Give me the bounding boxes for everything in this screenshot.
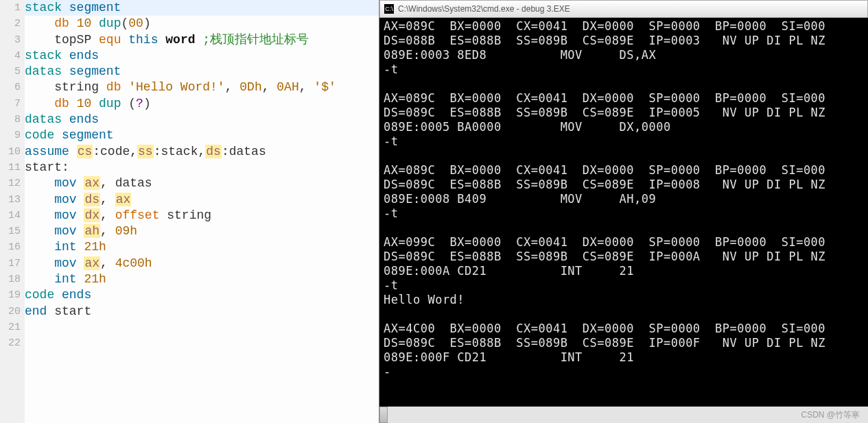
line-number: 8 (0, 112, 21, 128)
code-line: datas ends (25, 112, 379, 128)
line-number: 4 (0, 48, 21, 64)
line-number: 3 (0, 32, 21, 48)
code-line: mov ax, datas (25, 176, 379, 191)
line-number: 2 (0, 16, 21, 32)
code-line: datas segment (25, 64, 379, 80)
code-line: db 10 dup (?) (25, 96, 379, 112)
console-output[interactable]: AX=089C BX=0000 CX=0041 DX=0000 SP=0000 … (379, 18, 868, 407)
line-number: 17 (0, 256, 21, 271)
console-window: ✕ C:\ C:\Windows\System32\cmd.exe - debu… (379, 0, 868, 423)
code-editor-pane: 12345678910111213141516171819202122 stac… (0, 0, 379, 423)
line-number: 5 (0, 64, 21, 80)
code-line: code ends (25, 287, 379, 303)
code-line: start: (25, 160, 379, 176)
code-line: assume cs:code,ss:stack,ds:datas (25, 144, 379, 160)
line-number: 13 (0, 192, 21, 208)
scroll-left-button[interactable] (379, 407, 388, 423)
line-number: 11 (0, 160, 21, 176)
code-line: stack segment (25, 0, 379, 16)
line-number: 9 (0, 128, 21, 143)
code-line: mov dx, offset string (25, 208, 379, 223)
watermark-text: CSDN @竹等寒 (801, 409, 860, 421)
line-number: 14 (0, 208, 21, 223)
line-number: 6 (0, 80, 21, 95)
code-line: mov ah, 09h (25, 223, 379, 239)
code-content[interactable]: stack segment db 10 dup(00) topSP equ th… (25, 0, 379, 423)
line-number: 19 (0, 287, 21, 303)
line-number: 12 (0, 176, 21, 191)
cmd-icon: C:\ (384, 4, 394, 14)
code-line: mov ax, 4c00h (25, 256, 379, 271)
line-number-gutter: 12345678910111213141516171819202122 (0, 0, 25, 423)
console-titlebar[interactable]: C:\ C:\Windows\System32\cmd.exe - debug … (379, 0, 868, 18)
console-title-text: C:\Windows\System32\cmd.exe - debug 3.EX… (398, 4, 570, 14)
code-line: mov ds, ax (25, 192, 379, 208)
line-number: 20 (0, 304, 21, 319)
line-number: 21 (0, 319, 21, 335)
line-number: 18 (0, 271, 21, 287)
code-line: string db 'Hello Word!', 0Dh, 0AH, '$' (25, 80, 379, 95)
code-line: int 21h (25, 271, 379, 287)
line-number: 16 (0, 239, 21, 255)
line-number: 15 (0, 223, 21, 239)
line-number: 22 (0, 335, 21, 351)
code-line: stack ends (25, 48, 379, 64)
line-number: 1 (0, 0, 21, 16)
code-line: topSP equ this word ;栈顶指针地址标号 (25, 32, 379, 48)
code-line (25, 335, 379, 351)
code-line: end start (25, 304, 379, 319)
line-number: 7 (0, 96, 21, 112)
code-line: db 10 dup(00) (25, 16, 379, 32)
bottom-bar: CSDN @竹等寒 (379, 407, 868, 423)
line-number: 10 (0, 144, 21, 160)
code-line: code segment (25, 128, 379, 143)
code-line: int 21h (25, 239, 379, 255)
code-line (25, 319, 379, 335)
